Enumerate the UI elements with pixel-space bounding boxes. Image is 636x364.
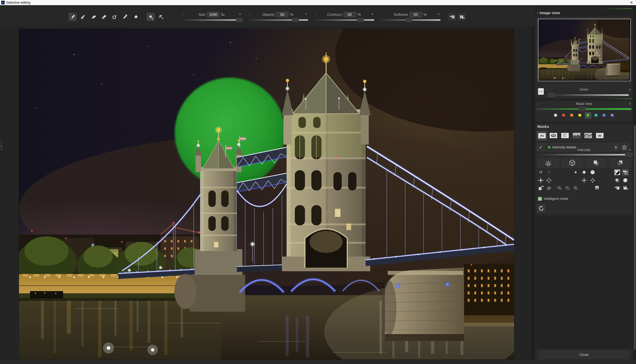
shrink-mask-more-button[interactable]: [545, 177, 552, 184]
opacity-value-field[interactable]: 83: [276, 12, 289, 17]
soften-mask-button[interactable]: [614, 177, 621, 184]
magic-wand-tool-button[interactable]: [157, 13, 165, 21]
intelligent-mode-row[interactable]: Intelligent mode: [538, 197, 568, 201]
paintbrush-tool-button[interactable]: [69, 13, 77, 21]
selection-eraser-tool-button[interactable]: [100, 13, 108, 21]
mask-view-slider-handle[interactable]: [578, 107, 586, 111]
color-picker-tool-button[interactable]: [121, 13, 129, 21]
window-close-button[interactable]: ✕: [630, 0, 633, 5]
gradient-mask-button[interactable]: [593, 184, 600, 191]
zoom-in-button[interactable]: +: [628, 87, 632, 92]
copy-mask-button[interactable]: [537, 184, 544, 191]
undo-button[interactable]: ↺: [537, 169, 544, 176]
selection-brush-tool-button[interactable]: [79, 13, 87, 21]
softness-decrease-button[interactable]: -: [380, 12, 383, 16]
contours-decrease-button[interactable]: -: [314, 12, 317, 16]
mask-type-3d-button[interactable]: 3D: [595, 131, 605, 140]
green-color-dot: [586, 114, 590, 117]
size-increase-button[interactable]: +: [238, 12, 242, 16]
opacity-increase-button[interactable]: +: [304, 12, 308, 16]
add-mask-button[interactable]: [556, 184, 563, 191]
mask-paint-mode-button[interactable]: [622, 169, 629, 176]
invert-mask-button[interactable]: [614, 169, 621, 176]
cube-3d-button[interactable]: [561, 158, 584, 168]
layer-front-button[interactable]: [585, 158, 607, 168]
import-mask-button[interactable]: [614, 184, 621, 191]
softness-value-field[interactable]: 50: [409, 12, 422, 17]
expand-mask-more-button[interactable]: [589, 177, 596, 184]
section-accent-line: [601, 98, 632, 99]
redo-button[interactable]: ↻: [545, 169, 552, 176]
contours-value-field[interactable]: 80: [344, 12, 356, 17]
mask-type-gradient-button[interactable]: [572, 131, 581, 140]
intensity-slider[interactable]: [537, 154, 631, 156]
mask-type-palette-button[interactable]: [560, 131, 570, 140]
size-value-field[interactable]: 1000: [207, 12, 220, 17]
softness-increase-button[interactable]: +: [437, 12, 441, 16]
mask-color-teal[interactable]: [593, 112, 599, 119]
softness-slider[interactable]: [380, 19, 441, 21]
left-panel-expand-handle[interactable]: ‹: [0, 141, 3, 150]
size-decrease-button[interactable]: -: [181, 12, 185, 16]
image-canvas[interactable]: [19, 29, 514, 360]
image-view-header[interactable]: ↑ Image view: [536, 11, 560, 15]
brush-size-small-button[interactable]: [572, 169, 579, 176]
mask-color-orange[interactable]: [568, 112, 575, 119]
opacity-slider[interactable]: [247, 19, 308, 21]
mask-view-slider[interactable]: [536, 108, 631, 110]
harden-mask-button[interactable]: [622, 177, 629, 184]
intelligent-mode-checkbox[interactable]: [538, 197, 542, 201]
mask-color-white[interactable]: [552, 112, 559, 119]
refresh-icon: [539, 206, 544, 211]
zoom-slider-handle[interactable]: [548, 93, 555, 97]
recalculate-button[interactable]: [537, 204, 545, 212]
contours-increase-button[interactable]: +: [371, 12, 374, 16]
mask-type-fx-button[interactable]: FX: [537, 131, 547, 140]
mask-type-structure-button[interactable]: [583, 131, 593, 140]
eraser-tool-button[interactable]: [90, 13, 98, 21]
size-unit: ‰: [221, 12, 225, 17]
fill-tool-button[interactable]: [131, 13, 140, 21]
close-button[interactable]: Close: [539, 350, 629, 359]
mask-view-increase-button[interactable]: +: [628, 102, 632, 106]
opacity-label-row: Opacity 83 %: [251, 12, 304, 17]
load-settings-button[interactable]: [448, 13, 456, 21]
blur-brush-tool-button[interactable]: [111, 13, 119, 21]
shrink-mask-button[interactable]: [537, 177, 544, 184]
export-mask-button[interactable]: [622, 184, 629, 191]
zoom-slider[interactable]: [551, 94, 629, 96]
intensity-decrease-button[interactable]: -: [536, 148, 540, 152]
brush-size-large-button[interactable]: [589, 169, 596, 176]
mask-color-green[interactable]: [585, 112, 591, 119]
opacity-slider-handle[interactable]: [292, 18, 299, 22]
contours-slider[interactable]: [314, 19, 374, 21]
fill-selection-tool-button[interactable]: [147, 13, 155, 21]
intensity-slider-handle[interactable]: [625, 153, 633, 157]
save-settings-button[interactable]: [458, 13, 466, 21]
layer-back-button[interactable]: [609, 158, 631, 168]
mask-color-purple[interactable]: [609, 112, 615, 119]
navigator-thumbnail[interactable]: [538, 19, 631, 81]
masks-header: Masks: [537, 124, 549, 129]
mask-color-yellow[interactable]: [577, 112, 583, 119]
mask-view-decrease-button[interactable]: -: [536, 102, 540, 106]
brush-size-medium-button[interactable]: [581, 169, 588, 176]
mask-color-red[interactable]: [560, 112, 567, 119]
size-slider-handle[interactable]: [236, 18, 243, 22]
mask-type-vignette-button[interactable]: [548, 131, 558, 140]
size-label-row: Size 1000 ‰: [185, 12, 238, 17]
softness-slider-handle[interactable]: [405, 18, 412, 22]
intensity-increase-button[interactable]: +: [628, 148, 632, 152]
panel-scrollbar[interactable]: [633, 5, 636, 360]
tone-mapping-button[interactable]: [537, 158, 560, 168]
subtract-mask-button[interactable]: [564, 184, 571, 191]
expand-mask-button[interactable]: [581, 177, 588, 184]
opacity-decrease-button[interactable]: -: [247, 12, 251, 16]
vignette-mask-icon: [550, 133, 557, 138]
contours-slider-handle[interactable]: [357, 18, 364, 22]
size-slider[interactable]: [181, 19, 242, 21]
intersect-mask-button[interactable]: [572, 184, 579, 191]
scrollbar-thumb[interactable]: [634, 125, 636, 350]
mask-color-blue[interactable]: [601, 112, 607, 119]
paste-mask-button[interactable]: [545, 184, 552, 191]
